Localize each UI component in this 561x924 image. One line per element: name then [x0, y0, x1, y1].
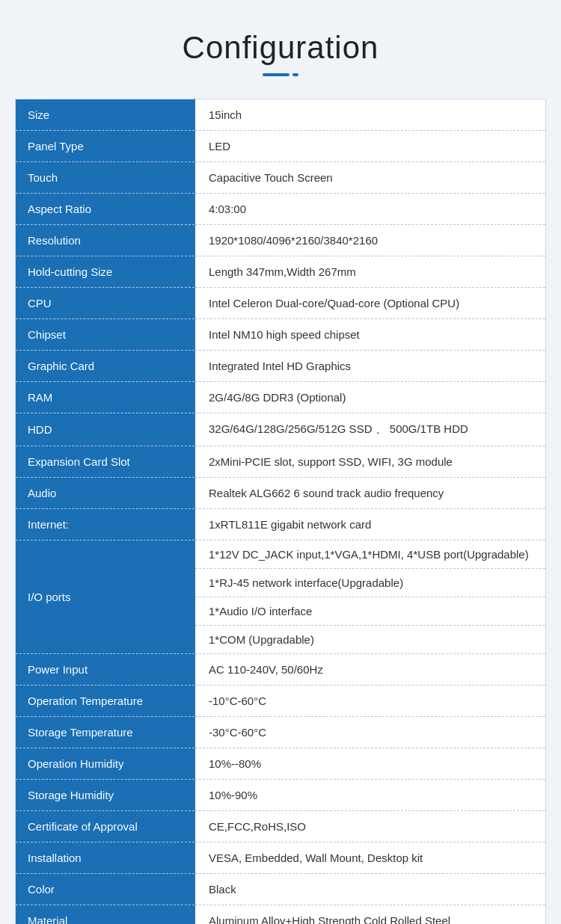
page-title: Configuration [15, 30, 546, 66]
label-cell: Aspect Ratio [16, 194, 195, 225]
table-row: Expansion Card Slot2xMini-PCIE slot, sup… [16, 446, 546, 478]
table-row: RAM2G/4G/8G DDR3 (Optional) [16, 382, 546, 413]
label-cell: Internet: [16, 509, 195, 540]
value-cell: Aluminum Alloy+High Strength Cold Rolled… [195, 905, 546, 925]
label-cell: Touch [16, 162, 195, 194]
value-cell: Integrated Intel HD Graphics [195, 351, 546, 382]
table-row: Storage Humidity10%-90% [16, 780, 546, 811]
title-section: Configuration [15, 30, 546, 76]
label-cell: Certificate of Approval [16, 811, 195, 843]
value-cell: 2G/4G/8G DDR3 (Optional) [195, 382, 546, 413]
table-row: InstallationVESA, Embedded, Wall Mount, … [16, 843, 546, 874]
label-cell: Hold-cutting Size [16, 256, 195, 288]
underline-bar [263, 73, 289, 76]
value-cell: VESA, Embedded, Wall Mount, Desktop kit [195, 843, 546, 874]
value-cell: 10%-90% [195, 780, 546, 811]
table-row: Certificate of ApprovalCE,FCC,RoHS,ISO [16, 811, 546, 843]
label-cell: Color [16, 874, 195, 905]
value-cell: 4:03:00 [195, 194, 546, 225]
table-row: Aspect Ratio4:03:00 [16, 194, 546, 225]
table-row: Internet:1xRTL811E gigabit network card [16, 509, 546, 540]
table-row: Power InputAC 110-240V, 50/60Hz [16, 654, 546, 686]
label-cell: Operation Humidity [16, 748, 195, 780]
table-row: MaterialAluminum Alloy+High Strength Col… [16, 905, 546, 925]
page-wrapper: Configuration Size15inchPanel TypeLEDTou… [0, 0, 561, 924]
sub-row: 1*RJ-45 network interface(Upgradable) [195, 569, 545, 597]
label-cell: Size [16, 99, 195, 131]
value-cell: 32G/64G/128G/256G/512G SSD 、 500G/1TB HD… [195, 413, 546, 446]
value-cell: 15inch [195, 99, 546, 131]
label-cell: HDD [16, 413, 195, 446]
sub-row: 1*12V DC_JACK input,1*VGA,1*HDMI, 4*USB … [195, 540, 545, 569]
label-cell: Installation [16, 843, 195, 874]
label-cell: Material [16, 905, 195, 925]
table-row: ColorBlack [16, 874, 546, 905]
value-cell: Length 347mm,Width 267mm [195, 256, 546, 288]
value-cell: Black [195, 874, 546, 905]
label-cell: Audio [16, 478, 195, 509]
value-cell: AC 110-240V, 50/60Hz [195, 654, 546, 686]
label-cell: Operation Temperature [16, 686, 195, 717]
value-cell: 1*12V DC_JACK input,1*VGA,1*HDMI, 4*USB … [195, 540, 546, 654]
label-cell: Resolution [16, 225, 195, 256]
table-row: Operation Humidity10%--80% [16, 748, 546, 780]
table-row: Size15inch [16, 99, 546, 131]
table-row: ChipsetIntel NM10 high speed chipset [16, 319, 546, 351]
underline-dot [292, 73, 298, 76]
table-row: AudioRealtek ALG662 6 sound track audio … [16, 478, 546, 509]
label-cell: Panel Type [16, 131, 195, 162]
table-row: I/O ports1*12V DC_JACK input,1*VGA,1*HDM… [16, 540, 546, 654]
label-cell: Storage Temperature [16, 717, 195, 748]
value-cell: -30°C-60°C [195, 717, 546, 748]
label-cell: Expansion Card Slot [16, 446, 195, 478]
label-cell: RAM [16, 382, 195, 413]
value-cell: Capacitive Touch Screen [195, 162, 546, 194]
value-cell: 2xMini-PCIE slot, support SSD, WIFI, 3G … [195, 446, 546, 478]
sub-row: 1*Audio I/O interface [195, 597, 545, 626]
value-cell: -10°C-60°C [195, 686, 546, 717]
sub-row: 1*COM (Upgradable) [195, 626, 545, 653]
value-cell: LED [195, 131, 546, 162]
table-row: Operation Temperature-10°C-60°C [16, 686, 546, 717]
label-cell: CPU [16, 288, 195, 319]
table-row: HDD32G/64G/128G/256G/512G SSD 、 500G/1TB… [16, 413, 546, 446]
label-cell: I/O ports [16, 540, 195, 654]
value-cell: 10%--80% [195, 748, 546, 780]
label-cell: Storage Humidity [16, 780, 195, 811]
value-cell: CE,FCC,RoHS,ISO [195, 811, 546, 843]
value-cell: Intel Celeron Dual-core/Quad-core (Optio… [195, 288, 546, 319]
label-cell: Chipset [16, 319, 195, 351]
table-row: TouchCapacitive Touch Screen [16, 162, 546, 194]
table-row: Graphic CardIntegrated Intel HD Graphics [16, 351, 546, 382]
label-cell: Power Input [16, 654, 195, 686]
table-row: CPUIntel Celeron Dual-core/Quad-core (Op… [16, 288, 546, 319]
value-cell: 1920*1080/4096*2160/3840*2160 [195, 225, 546, 256]
table-row: Resolution1920*1080/4096*2160/3840*2160 [16, 225, 546, 256]
config-table: Size15inchPanel TypeLEDTouchCapacitive T… [15, 99, 546, 924]
title-underline [15, 73, 546, 76]
value-cell: Realtek ALG662 6 sound track audio frequ… [195, 478, 546, 509]
value-cell: 1xRTL811E gigabit network card [195, 509, 546, 540]
table-row: Hold-cutting SizeLength 347mm,Width 267m… [16, 256, 546, 288]
label-cell: Graphic Card [16, 351, 195, 382]
table-row: Panel TypeLED [16, 131, 546, 162]
value-cell: Intel NM10 high speed chipset [195, 319, 546, 351]
table-row: Storage Temperature-30°C-60°C [16, 717, 546, 748]
